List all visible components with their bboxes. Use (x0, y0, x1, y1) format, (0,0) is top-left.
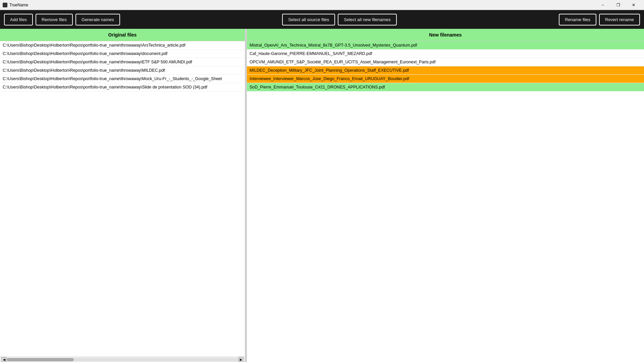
minimize-button[interactable]: − (595, 0, 610, 10)
original-file-row[interactable]: C:\Users\Bishop\Desktop\Holberton\Repos\… (0, 58, 245, 66)
scroll-left-arrow[interactable]: ◀ (1, 357, 7, 362)
original-file-row[interactable]: C:\Users\Bishop\Desktop\Holberton\Repos\… (0, 75, 245, 83)
original-file-row[interactable]: C:\Users\Bishop\Desktop\Holberton\Repos\… (0, 66, 245, 75)
new-filename-row[interactable]: Caf_Haute-Garonne_PIERRE-EMMANUEL_SAINT_… (247, 50, 644, 58)
original-scrollbar[interactable]: ◀ ▶ (0, 357, 245, 362)
scroll-track[interactable] (7, 358, 238, 361)
original-file-row[interactable]: C:\Users\Bishop\Desktop\Holberton\Repos\… (0, 83, 245, 92)
app-title: TrueName (9, 3, 28, 7)
close-button[interactable]: ✕ (626, 0, 641, 10)
select-all-source-button[interactable]: Select all source files (282, 14, 335, 25)
toolbar: Add files Remove files Generate names Se… (0, 10, 644, 29)
main-content: Original files C:\Users\Bishop\Desktop\H… (0, 29, 644, 362)
title-bar: TrueName − ❐ ✕ (0, 0, 644, 10)
scroll-thumb[interactable] (7, 358, 74, 361)
original-files-list[interactable]: C:\Users\Bishop\Desktop\Holberton\Repos\… (0, 41, 245, 357)
new-filename-row[interactable]: Mistral_OpenAI_Ars_Technica_Mixtral_8x7B… (247, 41, 644, 50)
app-icon (3, 3, 7, 7)
title-bar-left: TrueName (3, 3, 28, 7)
new-filenames-header: New filenames (247, 29, 644, 41)
new-filename-row[interactable]: Interviewee_Interviewer_Marcos_Jose_Dieg… (247, 75, 644, 83)
original-file-row[interactable]: C:\Users\Bishop\Desktop\Holberton\Repos\… (0, 50, 245, 58)
new-filenames-list[interactable]: Mistral_OpenAI_Ars_Technica_Mixtral_8x7B… (247, 41, 644, 362)
new-filename-row[interactable]: OPCVM_AMUNDI_ETF_S&P_Société_PEA_EUR_UCI… (247, 58, 644, 66)
original-file-row[interactable]: C:\Users\Bishop\Desktop\Holberton\Repos\… (0, 41, 245, 50)
rename-files-button[interactable]: Rename files (559, 14, 596, 25)
restore-button[interactable]: ❐ (610, 0, 626, 10)
new-filename-row[interactable]: SoD_Pierre_Emmanuel_Toulouse_C#21_DRONES… (247, 83, 644, 92)
revert-rename-button[interactable]: Revert rename (599, 14, 640, 25)
generate-names-button[interactable]: Generate names (75, 14, 120, 25)
remove-files-button[interactable]: Remove files (36, 14, 73, 25)
original-files-panel: Original files C:\Users\Bishop\Desktop\H… (0, 29, 245, 362)
select-all-new-button[interactable]: Select all new filenames (338, 14, 396, 25)
scroll-right-arrow[interactable]: ▶ (238, 357, 244, 362)
add-files-button[interactable]: Add files (4, 14, 33, 25)
new-filenames-panel: New filenames Mistral_OpenAI_Ars_Technic… (247, 29, 644, 362)
new-filename-row[interactable]: MILDEC_Deception_Military_JFC_Joint_Plan… (247, 66, 644, 75)
title-bar-controls: − ❐ ✕ (595, 0, 641, 10)
original-files-header: Original files (0, 29, 245, 41)
